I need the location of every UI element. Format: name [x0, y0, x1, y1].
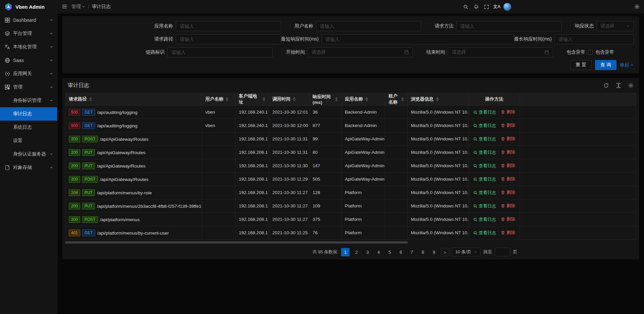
bell-icon[interactable]: [471, 0, 481, 13]
sidebar-item-gateway[interactable]: 应用网关: [0, 67, 57, 80]
breadcrumb-parent[interactable]: 管理: [71, 4, 85, 10]
delete-link[interactable]: 删除: [501, 189, 515, 195]
row-height-icon[interactable]: [616, 83, 621, 88]
view-log-link[interactable]: 查看日志: [473, 176, 496, 182]
sidebar-item-audit-log[interactable]: 审计日志: [0, 107, 57, 121]
view-log-link[interactable]: 查看日志: [473, 203, 496, 209]
refresh-icon[interactable]: [603, 83, 609, 88]
status-tag: 200: [69, 136, 80, 142]
app-name-input[interactable]: [176, 21, 281, 31]
page-5[interactable]: 5: [385, 248, 394, 256]
search-form-card: 应用名称用户名称请求方法响应状态请选择请求路径最短响应时间(ms)最长响应时间(…: [62, 16, 639, 73]
next-page-button[interactable]: >: [441, 248, 449, 256]
query-button[interactable]: 查 询: [595, 60, 616, 70]
request-method-input[interactable]: [456, 21, 561, 31]
cell-app-name: ApiGateWay-Admin: [341, 159, 385, 173]
search-icon: [473, 217, 477, 222]
delete-link[interactable]: 删除: [501, 136, 515, 142]
sidebar-item-label: Dashboard: [13, 17, 36, 23]
min-response-time-input[interactable]: [321, 34, 514, 44]
table-row: 200POST/api/platform/menus192.168.208.12…: [65, 213, 636, 226]
cell-browser: Mozilla/5.0 (Windows NT 10.0; Win: [408, 173, 469, 186]
view-log-link[interactable]: 查看日志: [473, 109, 496, 115]
horizontal-scrollbar: [65, 240, 636, 245]
view-log-link[interactable]: 查看日志: [473, 163, 496, 169]
view-log-link[interactable]: 查看日志: [473, 216, 496, 223]
column-header-browser[interactable]: 浏览器信息: [408, 93, 469, 106]
sidebar-item-localization[interactable]: 本地化管理: [0, 40, 57, 54]
page-3[interactable]: 3: [363, 248, 372, 256]
delete-link[interactable]: 删除: [501, 149, 515, 155]
fullscreen-icon[interactable]: [481, 0, 492, 13]
view-log-link[interactable]: 查看日志: [473, 123, 496, 129]
view-log-link[interactable]: 查看日志: [473, 136, 496, 142]
column-header-path[interactable]: 请求路径: [65, 93, 202, 106]
collapse-link[interactable]: 收起: [620, 62, 634, 68]
sidebar-item-identity[interactable]: 身份标识管理: [0, 94, 57, 107]
view-log-link[interactable]: 查看日志: [473, 149, 496, 155]
settings-gear-icon[interactable]: [632, 0, 642, 13]
page-6[interactable]: 6: [396, 248, 405, 256]
sidebar-item-auth-server[interactable]: 身份认证服务器: [0, 147, 57, 161]
cell-user: [202, 199, 235, 213]
sidebar-item-dashboard[interactable]: Dashboard: [0, 13, 57, 27]
end-time-datepicker[interactable]: 请选择: [448, 47, 553, 57]
user-name-input[interactable]: [316, 21, 421, 31]
delete-link[interactable]: 删除: [501, 109, 515, 115]
status-tag: 200: [69, 149, 80, 156]
avatar[interactable]: [502, 0, 513, 13]
page-9[interactable]: 9: [430, 248, 438, 256]
response-status-select[interactable]: 请选择: [596, 21, 634, 31]
horizontal-scrollbar-thumb[interactable]: [65, 241, 408, 244]
include-exception-checkbox[interactable]: [588, 50, 593, 55]
cell-browser: Mozilla/5.0 (Windows NT 10.0; Win: [408, 186, 469, 199]
trash-icon: [501, 177, 505, 181]
sidebar-item-saas[interactable]: Saas: [0, 54, 57, 67]
delete-link[interactable]: 删除: [501, 176, 515, 182]
max-response-time-input[interactable]: [554, 34, 634, 44]
delete-link[interactable]: 删除: [501, 203, 515, 209]
menu-fold-icon[interactable]: [57, 0, 71, 13]
start-time-datepicker[interactable]: 请选择: [308, 47, 413, 57]
sidebar-item-manage[interactable]: 管理: [0, 80, 57, 94]
app-logo[interactable]: Vben Admin: [0, 0, 57, 13]
chevron-down-icon: [474, 250, 477, 254]
translate-icon[interactable]: 文A: [492, 0, 502, 13]
page-size-select[interactable]: 10 条/页: [452, 248, 481, 256]
column-header-app-name[interactable]: 应用名称: [341, 93, 385, 106]
column-header-tenant[interactable]: 租户名称: [385, 93, 408, 106]
reset-button[interactable]: 重 置: [570, 60, 592, 70]
page-1[interactable]: 1: [341, 248, 350, 256]
page-2[interactable]: 2: [352, 248, 361, 256]
request-path-text: /api/platform/menus/by-role: [97, 190, 152, 195]
form-row: 链路标识开始时间请选择结束时间请选择包含异常包含异常: [68, 47, 634, 57]
request-path-input[interactable]: [176, 34, 281, 44]
view-log-link[interactable]: 查看日志: [473, 190, 496, 196]
page-7[interactable]: 7: [408, 248, 416, 256]
column-header-user[interactable]: 用户名称: [202, 93, 235, 106]
column-header-time[interactable]: 调用时间: [269, 93, 309, 106]
jump-page-input[interactable]: [495, 248, 510, 256]
cell-user: vben: [202, 119, 235, 132]
column-header-client-ip[interactable]: 客户端地址: [235, 93, 269, 106]
sidebar-item-settings[interactable]: 设置: [0, 134, 57, 147]
delete-link[interactable]: 删除: [501, 122, 515, 128]
sidebar-item-object-storage[interactable]: 对象存储: [0, 161, 57, 174]
logo-icon: [4, 3, 13, 11]
cell-tenant: [385, 173, 408, 186]
delete-link[interactable]: 删除: [501, 216, 515, 222]
sidebar-item-system-log[interactable]: 系统日志: [0, 121, 57, 134]
delete-link[interactable]: 删除: [501, 230, 515, 236]
trace-id-input[interactable]: [167, 47, 273, 57]
page-8[interactable]: 8: [419, 248, 427, 256]
sidebar-item-platform[interactable]: 平台管理: [0, 27, 57, 40]
view-log-link[interactable]: 查看日志: [473, 230, 496, 236]
search-icon: [473, 231, 477, 235]
chevron-down-icon: [626, 24, 630, 28]
delete-link[interactable]: 删除: [501, 163, 515, 169]
column-header-response-ms[interactable]: 响应时间(ms): [309, 93, 341, 106]
cell-app-name: ApiGateWay-Admin: [341, 173, 385, 186]
page-4[interactable]: 4: [374, 248, 383, 256]
search-icon[interactable]: [461, 0, 471, 13]
column-settings-gear-icon[interactable]: [628, 83, 634, 88]
